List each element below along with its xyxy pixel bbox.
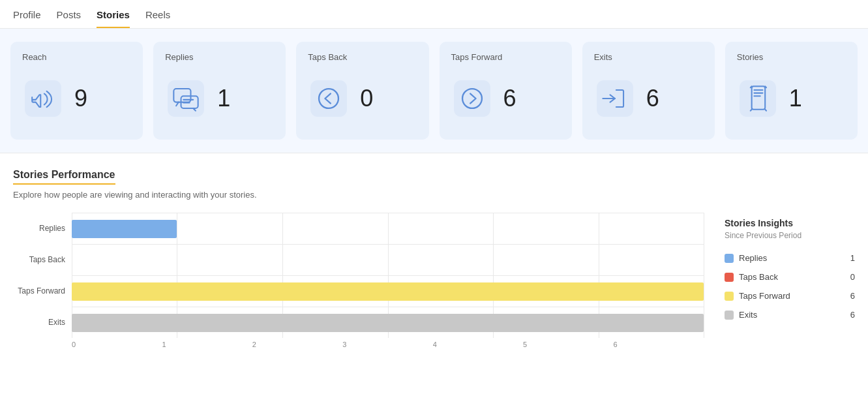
card-icon-taps-back [308,78,350,119]
x-tick-2: 2 [252,341,342,348]
legend-label-replies: Replies [739,253,767,263]
card-title-exits: Exits [594,52,703,62]
card-icon-replies [165,78,207,119]
card-title-stories: Stories [737,52,846,62]
metric-card-replies: Replies 1 [153,42,286,140]
bar-label-taps-back: Taps Back [13,255,72,264]
nav-item-posts[interactable]: Posts [57,9,82,28]
legend-val-replies: 1 [850,253,855,263]
performance-section: Stories Performance Explore how people a… [0,153,868,361]
performance-title: Stories Performance [13,169,115,185]
bar-row-exits: Exits [13,307,704,338]
legend-label-taps-forward: Taps Forward [739,291,790,301]
card-value-taps-forward: 6 [503,85,516,112]
card-value-stories: 1 [789,85,802,112]
card-title-taps-back: Taps Back [308,52,417,62]
legend-val-taps-forward: 6 [850,291,855,301]
legend-val-taps-back: 0 [850,272,855,282]
card-value-reach: 9 [74,85,87,112]
legend-subtitle: Since Previous Period [725,231,855,240]
nav-item-profile[interactable]: Profile [13,9,41,28]
svg-line-16 [751,109,752,110]
legend-dot-taps-forward [725,292,734,301]
legend-item-exits: Exits 6 [725,310,855,320]
bar-fill-replies [72,220,177,238]
nav-item-reels[interactable]: Reels [145,9,170,28]
card-icon-stories [737,78,779,119]
x-tick-5: 5 [523,341,613,348]
card-value-replies: 1 [217,85,230,112]
svg-rect-0 [25,80,61,117]
bar-label-exits: Exits [13,318,72,327]
x-tick-6: 6 [614,341,704,348]
card-icon-reach [22,78,64,119]
x-tick-3: 3 [342,341,432,348]
legend-item-taps-forward: Taps Forward 6 [725,291,855,301]
svg-rect-4 [310,80,347,117]
card-icon-exits [594,78,636,119]
legend-dot-exits [725,311,734,320]
svg-rect-6 [454,80,490,117]
bar-fill-exits [72,314,704,332]
svg-line-18 [765,109,766,110]
card-value-taps-back: 0 [360,85,373,112]
bar-row-taps-back: Taps Back [13,244,704,275]
bar-row-replies: Replies [13,213,704,244]
performance-subtitle: Explore how people are viewing and inter… [13,190,855,200]
chart-legend: Stories Insights Since Previous Period R… [725,213,855,348]
metric-card-exits: Exits 6 [582,42,715,140]
grid-line-6 [704,213,704,338]
bar-label-replies: Replies [13,224,72,233]
card-value-exits: 6 [646,85,659,112]
card-title-replies: Replies [165,52,274,62]
bar-row-taps-forward: Taps Forward [13,275,704,307]
metric-card-reach: Reach 9 [10,42,143,140]
legend-dot-replies [725,254,734,263]
legend-item-replies: Replies 1 [725,253,855,263]
metric-card-taps-back: Taps Back 0 [296,42,428,140]
card-icon-taps-forward [451,78,493,119]
card-title-reach: Reach [22,52,131,62]
bar-chart-area: Replies Taps Back Taps Forward Exits 012… [13,213,704,348]
legend-item-taps-back: Taps Back 0 [725,272,855,282]
navigation: ProfilePostsStoriesReels [0,0,868,29]
bar-label-taps-forward: Taps Forward [13,286,72,296]
legend-label-taps-back: Taps Back [739,272,778,282]
svg-line-15 [751,86,752,87]
metrics-row: Reach 9 Replies 1 Taps Back [0,29,868,153]
svg-line-17 [765,86,766,87]
x-tick-0: 0 [72,341,162,348]
metric-card-stories: Stories 1 [725,42,858,140]
legend-label-exits: Exits [739,310,757,320]
legend-val-exits: 6 [850,310,855,320]
legend-dot-taps-back [725,273,734,282]
metric-card-taps-forward: Taps Forward 6 [440,42,572,140]
card-title-taps-forward: Taps Forward [451,52,560,62]
x-tick-1: 1 [162,341,252,348]
nav-item-stories[interactable]: Stories [97,9,130,28]
x-tick-4: 4 [433,341,523,348]
legend-title: Stories Insights [725,218,855,228]
bar-fill-taps-forward [72,282,704,301]
